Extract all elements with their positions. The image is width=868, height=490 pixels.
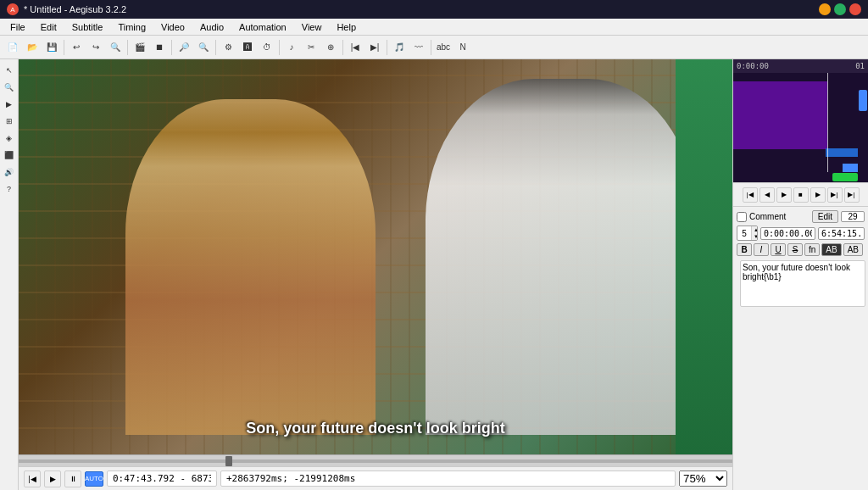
select-all-tool[interactable]: ⊞ bbox=[2, 114, 17, 129]
layer-down[interactable]: ▼ bbox=[752, 233, 758, 240]
menu-audio[interactable]: Audio bbox=[193, 20, 231, 34]
menu-subtitle[interactable]: Subtitle bbox=[65, 20, 110, 34]
save-button[interactable]: 💾 bbox=[42, 38, 61, 57]
underline-button[interactable]: U bbox=[771, 243, 786, 256]
close-button[interactable] bbox=[849, 3, 861, 15]
edit-button[interactable]: Edit bbox=[812, 210, 838, 223]
redo-button[interactable]: ↪ bbox=[86, 38, 105, 57]
menu-video[interactable]: Video bbox=[154, 20, 192, 34]
minimize-button[interactable] bbox=[819, 3, 831, 15]
toolbar-separator-7 bbox=[387, 40, 387, 55]
bold-button[interactable]: B bbox=[737, 243, 752, 256]
tr-prev-frame[interactable]: ◀ bbox=[760, 187, 775, 203]
format-buttons-row: B I U S fn AB AB bbox=[737, 243, 865, 256]
new-button[interactable]: 📄 bbox=[3, 38, 22, 57]
find-button[interactable]: 🔍 bbox=[106, 38, 125, 57]
video-open-button[interactable]: 🎬 bbox=[131, 38, 149, 57]
waveform-scrollbar-h-thumb[interactable] bbox=[832, 173, 858, 181]
properties-button[interactable]: ⚙ bbox=[219, 38, 237, 57]
timing-button[interactable]: ⏱ bbox=[258, 38, 276, 57]
pause-button[interactable]: ⏸ bbox=[64, 471, 81, 487]
app-icon: A bbox=[7, 3, 19, 15]
select-range-tool[interactable]: ⬛ bbox=[2, 148, 17, 163]
menu-help[interactable]: Help bbox=[330, 20, 363, 34]
play-tool[interactable]: ▶ bbox=[2, 97, 17, 112]
zoom-tool[interactable]: 🔍 bbox=[2, 80, 17, 95]
tr-next-keyframe[interactable]: ▶| bbox=[844, 187, 860, 203]
waveform-block-2 bbox=[826, 148, 860, 157]
layer-value[interactable] bbox=[737, 229, 751, 238]
select-visible-tool[interactable]: ◈ bbox=[2, 131, 17, 146]
comment-row: Comment Edit bbox=[737, 210, 865, 223]
prev-keyframe-button[interactable]: |◀ bbox=[24, 471, 41, 487]
italic-button[interactable]: I bbox=[754, 243, 769, 256]
toolbar-separator-6 bbox=[342, 40, 343, 55]
timeline-scrubber[interactable] bbox=[19, 454, 732, 466]
karaoke-button[interactable]: ♪ bbox=[282, 38, 301, 57]
maximize-button[interactable] bbox=[834, 3, 846, 15]
menu-edit[interactable]: Edit bbox=[34, 20, 64, 34]
zoom-select[interactable]: 75% 25% 50% 100% 125% 150% 200% bbox=[679, 471, 727, 487]
style-button[interactable]: 🅰 bbox=[238, 38, 257, 57]
waveform-scrollbar-v-thumb[interactable] bbox=[859, 90, 867, 111]
menu-view[interactable]: View bbox=[295, 20, 329, 34]
time-display[interactable] bbox=[107, 471, 217, 487]
waveform-canvas bbox=[733, 73, 868, 182]
snap-end-button[interactable]: ▶| bbox=[365, 38, 384, 57]
video-container: Son, your future doesn't look bright |◀ … bbox=[19, 59, 732, 490]
layer-up[interactable]: ▲ bbox=[752, 226, 758, 233]
end-time-input[interactable] bbox=[818, 227, 865, 240]
scrubber-thumb[interactable] bbox=[225, 456, 232, 466]
offset-display[interactable] bbox=[220, 471, 676, 487]
font-name-button[interactable]: fn bbox=[804, 243, 820, 256]
zoom-in-button[interactable]: 🔎 bbox=[175, 38, 193, 57]
extra-button[interactable]: N bbox=[453, 38, 472, 57]
toolbar: 📄 📂 💾 ↩ ↪ 🔍 🎬 ⏹ 🔎 🔍 ⚙ 🅰 ⏱ ♪ ✂ ⊕ |◀ ▶| 🎵 … bbox=[0, 36, 868, 59]
video-frame[interactable]: Son, your future doesn't look bright bbox=[19, 59, 732, 454]
snap-start-button[interactable]: |◀ bbox=[346, 38, 364, 57]
line-number-input[interactable] bbox=[841, 211, 865, 222]
spell-button[interactable]: abc bbox=[434, 38, 453, 57]
right-panel: 0:00:00 01 |◀ ◀ ▶ ■ bbox=[732, 59, 868, 490]
strikeout-button[interactable]: S bbox=[787, 243, 803, 256]
subtitle-textarea[interactable]: Son, your future doesn't look bright{\b1… bbox=[740, 260, 865, 307]
split-button[interactable]: ✂ bbox=[302, 38, 320, 57]
toolbar-separator-5 bbox=[279, 40, 280, 55]
menu-automation[interactable]: Automation bbox=[232, 20, 293, 34]
layer-spinner: ▲ ▼ bbox=[737, 226, 758, 241]
color-primary-button[interactable]: AB bbox=[821, 243, 841, 256]
tr-next-frame[interactable]: ▶| bbox=[827, 187, 843, 203]
waveform-header: 0:00:00 01 bbox=[733, 59, 868, 73]
time-row: ▲ ▼ bbox=[737, 226, 865, 241]
zoom-out-button[interactable]: 🔍 bbox=[194, 38, 213, 57]
tr-stop[interactable]: ■ bbox=[793, 187, 809, 203]
waveform-cursor bbox=[827, 73, 828, 182]
auto-button[interactable]: AUTO bbox=[85, 471, 103, 487]
waveform[interactable]: 0:00:00 01 bbox=[733, 59, 868, 182]
menu-timing[interactable]: Timing bbox=[111, 20, 153, 34]
tr-prev-keyframe[interactable]: |◀ bbox=[743, 187, 758, 203]
menubar: File Edit Subtitle Timing Video Audio Au… bbox=[0, 19, 868, 36]
start-time-input[interactable] bbox=[760, 227, 815, 240]
toolbar-separator bbox=[64, 40, 64, 55]
open-button[interactable]: 📂 bbox=[23, 38, 42, 57]
help-tool[interactable]: ? bbox=[2, 181, 17, 197]
main-area: ↖ 🔍 ▶ ⊞ ◈ ⬛ 🔊 ? Son, your future doesn't… bbox=[0, 59, 868, 490]
subtitle-display: Son, your future doesn't look bright bbox=[246, 420, 504, 437]
window-title: * Untitled - Aegisub 3.2.2 bbox=[24, 4, 126, 14]
toolbar-separator-8 bbox=[431, 40, 431, 55]
audio-waveform-button[interactable]: 〰 bbox=[409, 38, 428, 57]
color-outline-button[interactable]: AB bbox=[843, 243, 863, 256]
titlebar: A * Untitled - Aegisub 3.2.2 bbox=[0, 0, 868, 19]
video-close-button[interactable]: ⏹ bbox=[150, 38, 169, 57]
play-back-button[interactable]: ▶ bbox=[44, 471, 61, 487]
tr-play-fwd[interactable]: ▶ bbox=[810, 187, 826, 203]
audio-open-button[interactable]: 🎵 bbox=[390, 38, 409, 57]
merge-button[interactable]: ⊕ bbox=[321, 38, 340, 57]
audio-toggle[interactable]: 🔊 bbox=[2, 164, 17, 180]
tr-play-back[interactable]: ▶ bbox=[776, 187, 792, 203]
menu-file[interactable]: File bbox=[3, 20, 32, 34]
undo-button[interactable]: ↩ bbox=[67, 38, 86, 57]
cursor-tool[interactable]: ↖ bbox=[2, 63, 17, 78]
comment-checkbox[interactable] bbox=[737, 212, 747, 222]
